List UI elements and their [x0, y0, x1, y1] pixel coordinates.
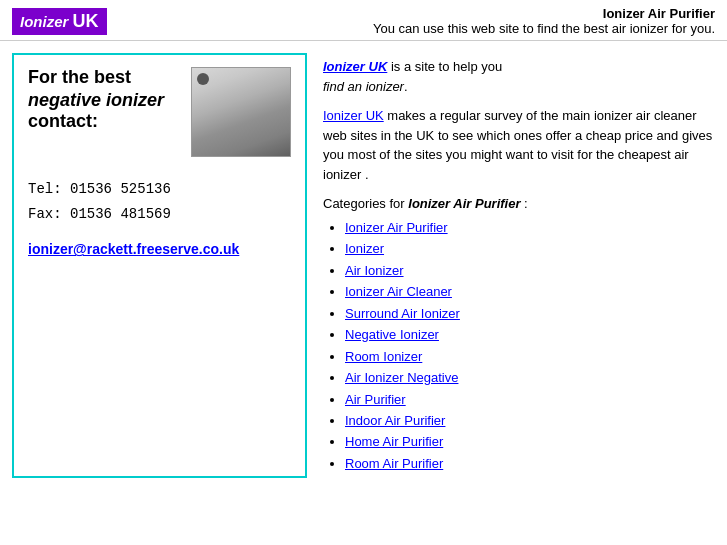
category-link[interactable]: Air Ionizer: [345, 263, 404, 278]
heading-line3: contact:: [28, 111, 181, 132]
intro-text2: find an ionizer: [323, 79, 404, 94]
tagline: You can use this web site to find the be…: [373, 21, 715, 36]
category-list: Ionizer Air PurifierIonizerAir IonizerIo…: [323, 217, 715, 474]
site-logo[interactable]: Ionizer UK: [12, 8, 107, 35]
email-link[interactable]: ionizer@rackett.freeserve.co.uk: [28, 241, 239, 257]
category-link[interactable]: Room Air Purifier: [345, 456, 443, 471]
intro-text1: is a site to help you: [387, 59, 502, 74]
list-item: Indoor Air Purifier: [345, 410, 715, 431]
list-item: Ionizer Air Purifier: [345, 217, 715, 238]
contact-details: Tel: 01536 525136 Fax: 01536 481569: [28, 177, 291, 227]
category-link[interactable]: Air Ionizer Negative: [345, 370, 458, 385]
header: Ionizer UK Ionizer Air Purifier You can …: [0, 0, 727, 41]
category-link[interactable]: Ionizer Air Purifier: [345, 220, 448, 235]
fax-row: Fax: 01536 481569: [28, 202, 291, 227]
category-link[interactable]: Room Ionizer: [345, 349, 422, 364]
category-link[interactable]: Air Purifier: [345, 392, 406, 407]
header-right: Ionizer Air Purifier You can use this we…: [373, 6, 715, 36]
category-link[interactable]: Negative Ionizer: [345, 327, 439, 342]
description: Ionizer UK makes a regular survey of the…: [323, 106, 715, 184]
left-top: For the best negative ionizer contact:: [28, 67, 291, 157]
list-item: Home Air Purifier: [345, 431, 715, 452]
right-panel: Ionizer UK is a site to help you find an…: [323, 53, 715, 478]
categories-prefix: Categories for: [323, 196, 408, 211]
description-link[interactable]: Ionizer UK: [323, 108, 384, 123]
tel-number: 01536 525136: [70, 181, 171, 197]
list-item: Air Ionizer Negative: [345, 367, 715, 388]
category-link[interactable]: Ionizer Air Cleaner: [345, 284, 452, 299]
logo-ionizer-text: Ionizer: [20, 13, 68, 30]
categories-suffix: :: [520, 196, 527, 211]
list-item: Surround Air Ionizer: [345, 303, 715, 324]
page-title: Ionizer Air Purifier: [373, 6, 715, 21]
list-item: Room Air Purifier: [345, 453, 715, 474]
list-item: Air Purifier: [345, 389, 715, 410]
heading-line2: negative ionizer: [28, 90, 181, 111]
category-link[interactable]: Home Air Purifier: [345, 434, 443, 449]
fax-number: 01536 481569: [70, 206, 171, 222]
main-content: For the best negative ionizer contact: T…: [0, 41, 727, 490]
intro-period: .: [404, 79, 408, 94]
intro-link[interactable]: Ionizer UK: [323, 59, 387, 74]
contact-text-block: For the best negative ionizer contact:: [28, 67, 181, 142]
categories-keyword: Ionizer Air Purifier: [408, 196, 520, 211]
category-link[interactable]: Surround Air Ionizer: [345, 306, 460, 321]
purifier-image: [191, 67, 291, 157]
fax-label: Fax:: [28, 206, 62, 222]
tel-label: Tel:: [28, 181, 62, 197]
categories-heading: Categories for Ionizer Air Purifier :: [323, 196, 715, 211]
list-item: Negative Ionizer: [345, 324, 715, 345]
left-panel: For the best negative ionizer contact: T…: [12, 53, 307, 478]
list-item: Room Ionizer: [345, 346, 715, 367]
list-item: Ionizer Air Cleaner: [345, 281, 715, 302]
list-item: Air Ionizer: [345, 260, 715, 281]
tel-row: Tel: 01536 525136: [28, 177, 291, 202]
category-link[interactable]: Indoor Air Purifier: [345, 413, 445, 428]
heading-line1: For the best: [28, 67, 181, 88]
category-link[interactable]: Ionizer: [345, 241, 384, 256]
logo-uk-text: UK: [73, 11, 99, 31]
list-item: Ionizer: [345, 238, 715, 259]
intro-text: Ionizer UK is a site to help you find an…: [323, 57, 715, 96]
